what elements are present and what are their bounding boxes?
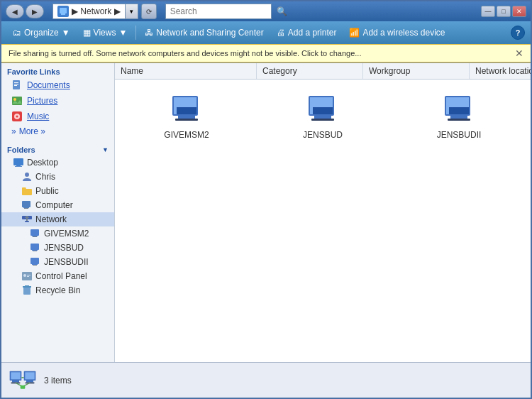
svg-rect-59 — [25, 372, 34, 379]
svg-rect-2 — [13, 80, 20, 89]
svg-rect-5 — [14, 85, 17, 86]
tree-item-givemsm2[interactable]: GIVEMSM2 — [1, 226, 114, 241]
info-message: File sharing is turned off. Some network… — [9, 49, 362, 58]
col-network-location[interactable]: Network location — [470, 63, 531, 79]
file-grid: GIVEMSM2 JENSBUD — [115, 80, 531, 362]
col-category[interactable]: Category — [257, 63, 363, 79]
more-link[interactable]: » More » — [1, 124, 114, 138]
svg-rect-28 — [33, 251, 37, 251]
pictures-label: Pictures — [27, 96, 57, 106]
favorite-links-title[interactable]: Favorite Links — [1, 63, 114, 77]
music-icon — [11, 111, 23, 122]
title-bar-left: ◀ ▶ ▶ Network ▶ ▼ ⟳ 🔍 — [6, 4, 272, 19]
forward-button[interactable]: ▶ — [26, 4, 44, 18]
info-close-button[interactable]: ✕ — [515, 48, 523, 59]
svg-rect-23 — [31, 229, 39, 236]
close-button[interactable]: ✕ — [512, 6, 526, 17]
views-button[interactable]: ▦ Views ▼ — [77, 26, 133, 40]
music-label: Music — [27, 111, 49, 121]
svg-rect-41 — [178, 116, 195, 119]
tree-item-desktop[interactable]: Desktop — [1, 155, 114, 170]
views-icon: ▦ — [83, 28, 91, 38]
add-wireless-label: Add a wireless device — [362, 28, 445, 38]
status-count: 3 items — [44, 376, 72, 386]
more-label: More » — [19, 126, 45, 136]
svg-rect-24 — [32, 236, 38, 236]
status-bar: 3 items — [1, 362, 531, 398]
tree-item-recyclebin[interactable]: Recycle Bin — [1, 283, 114, 297]
file-item-givemsm2[interactable]: GIVEMSM2 — [122, 87, 251, 146]
sidebar-link-pictures[interactable]: Pictures — [1, 93, 114, 109]
tree-item-controlpanel[interactable]: Control Panel — [1, 269, 114, 283]
address-dropdown[interactable]: ▼ — [126, 4, 138, 19]
address-box[interactable]: ▶ Network ▶ — [52, 4, 126, 19]
col-workgroup[interactable]: Workgroup — [363, 63, 470, 79]
file-area: Name Category Workgroup Network location… — [115, 63, 531, 362]
svg-rect-1 — [61, 13, 65, 15]
svg-rect-65 — [21, 385, 26, 388]
tree-item-jensbud[interactable]: JENSBUD — [1, 241, 114, 255]
tree-item-jensbudii[interactable]: JENSBUDII — [1, 255, 114, 269]
views-arrow: ▼ — [118, 28, 127, 38]
svg-rect-0 — [60, 8, 67, 13]
svg-rect-6 — [12, 97, 22, 105]
minimize-button[interactable]: — — [481, 6, 495, 17]
nav-buttons: ◀ ▶ — [6, 4, 44, 18]
file-item-jensbud[interactable]: JENSBUD — [258, 87, 387, 146]
col-name[interactable]: Name — [115, 63, 257, 79]
svg-rect-62 — [21, 377, 23, 378]
add-wireless-button[interactable]: 📶 Add a wireless device — [343, 26, 450, 40]
title-bar: ◀ ▶ ▶ Network ▶ ▼ ⟳ 🔍 — □ ✕ — [1, 1, 531, 21]
window: ◀ ▶ ▶ Network ▶ ▼ ⟳ 🔍 — □ ✕ — [0, 0, 532, 399]
svg-rect-11 — [13, 158, 23, 165]
svg-point-33 — [23, 274, 26, 277]
svg-rect-21 — [26, 216, 28, 222]
folder-public-icon — [21, 185, 33, 197]
svg-rect-53 — [449, 107, 469, 114]
svg-rect-43 — [177, 107, 196, 114]
svg-rect-27 — [32, 250, 38, 251]
controlpanel-icon — [21, 270, 33, 282]
svg-rect-36 — [23, 287, 31, 295]
views-label: Views — [94, 28, 116, 38]
svg-rect-55 — [11, 372, 20, 379]
recyclebin-icon — [21, 285, 33, 296]
svg-rect-46 — [314, 116, 331, 119]
address-bar: ▶ Network ▶ ▼ ⟳ — [52, 4, 157, 19]
file-item-jensbudii[interactable]: JENSBUDII — [394, 87, 523, 146]
network-sharing-button[interactable]: 🖧 Network and Sharing Center — [139, 26, 269, 40]
tree-item-chris[interactable]: Chris — [1, 170, 114, 184]
info-bar[interactable]: File sharing is turned off. Some network… — [1, 44, 531, 62]
organize-button[interactable]: 🗂 Organize ▼ — [7, 26, 76, 40]
computer-sm-icon1 — [30, 228, 41, 239]
maximize-button[interactable]: □ — [497, 6, 511, 17]
svg-rect-51 — [450, 116, 467, 119]
tree-item-network[interactable]: Network — [1, 212, 114, 226]
svg-rect-29 — [31, 258, 39, 264]
refresh-button[interactable]: ⟳ — [141, 4, 157, 19]
folders-title[interactable]: Folders ▼ — [1, 141, 114, 155]
user-icon — [21, 171, 33, 182]
sidebar: Favorite Links Documents Pictures — [1, 63, 115, 362]
svg-rect-56 — [12, 381, 19, 383]
tree-item-public[interactable]: Public — [1, 184, 114, 198]
column-header: Name Category Workgroup Network location — [115, 63, 531, 80]
sidebar-link-documents[interactable]: Documents — [1, 77, 114, 93]
svg-rect-13 — [15, 166, 22, 167]
add-printer-button[interactable]: 🖨 Add a printer — [271, 26, 343, 40]
svg-rect-4 — [14, 84, 18, 84]
search-input[interactable] — [170, 6, 277, 16]
network-tree-icon — [21, 214, 33, 225]
main-content: Favorite Links Documents Pictures — [1, 62, 531, 362]
status-network-icon — [9, 366, 37, 395]
sidebar-link-music[interactable]: Music — [1, 109, 114, 124]
svg-point-14 — [25, 173, 29, 177]
documents-icon — [11, 80, 23, 91]
help-button[interactable]: ? — [511, 26, 525, 40]
back-button[interactable]: ◀ — [6, 4, 24, 18]
computer-sm-icon2 — [30, 242, 41, 253]
svg-rect-15 — [22, 201, 31, 207]
svg-rect-26 — [31, 244, 39, 250]
search-icon[interactable]: 🔍 — [277, 6, 287, 16]
tree-item-computer[interactable]: Computer — [1, 198, 114, 212]
